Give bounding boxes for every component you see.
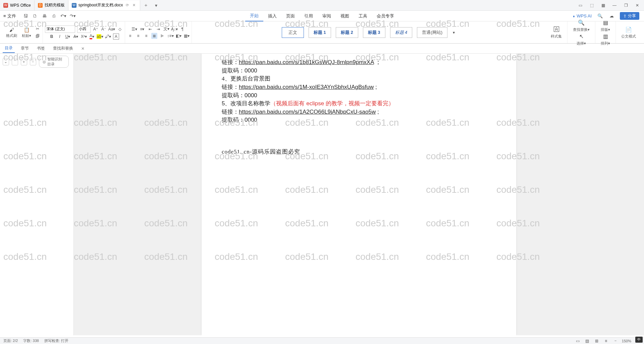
- format-brush-button[interactable]: 🖌 格式刷: [5, 26, 18, 39]
- zoom-out-icon[interactable]: －: [612, 338, 619, 344]
- decrease-indent-icon[interactable]: ⇤: [147, 26, 153, 32]
- ime-badge[interactable]: 中: [635, 337, 643, 343]
- close-window-icon[interactable]: ✕: [634, 2, 641, 9]
- save-icon[interactable]: 🖫: [23, 13, 29, 19]
- style-heading2[interactable]: 标题 2: [336, 27, 358, 38]
- close-tab-icon[interactable]: ✕: [132, 3, 137, 8]
- increase-indent-icon[interactable]: ⇥: [155, 26, 161, 32]
- align-center-icon[interactable]: ≡: [135, 33, 141, 39]
- char-border-icon[interactable]: A: [113, 34, 119, 40]
- ribbon-tab-review[interactable]: 审阅: [318, 11, 336, 21]
- para-shading-icon[interactable]: ◧▾: [175, 33, 181, 39]
- nav-close-icon[interactable]: ✕: [81, 46, 85, 51]
- highlight-icon[interactable]: ab▾: [97, 34, 103, 40]
- app-grid-icon[interactable]: ▦: [600, 2, 606, 9]
- strike-icon[interactable]: A̶▾: [73, 34, 79, 40]
- add-button[interactable]: ＋: [21, 58, 27, 65]
- maximize-icon[interactable]: ❐: [623, 2, 629, 9]
- move-up-button[interactable]: ˄: [12, 58, 18, 65]
- font-color-icon[interactable]: A▾: [89, 34, 95, 40]
- sort-icon[interactable]: Ą↓▾: [171, 26, 177, 32]
- web-mode-icon[interactable]: ⊞: [594, 338, 600, 344]
- decrease-font-icon[interactable]: A⁻: [101, 26, 107, 32]
- line-spacing-icon[interactable]: ↕≡▾: [167, 33, 173, 39]
- link-url-2[interactable]: https://pan.baidu.com/s/1M-xoIE3AYnSbhxU…: [239, 84, 374, 90]
- reading-mode-icon[interactable]: ▤: [584, 338, 590, 344]
- ribbon-tab-member[interactable]: 会员专享: [372, 11, 399, 21]
- align-left-icon[interactable]: ≡: [127, 33, 133, 39]
- file-menu-button[interactable]: ≡ 文件: [0, 11, 19, 21]
- clear-format-icon[interactable]: ◇: [117, 26, 123, 32]
- zoom-level[interactable]: 150%: [622, 339, 631, 343]
- app-tab-template[interactable]: D 找稻壳模板: [35, 0, 68, 10]
- font-name-select[interactable]: [45, 25, 75, 33]
- nav-tab-chapter[interactable]: 章节: [19, 44, 31, 53]
- redo-icon[interactable]: ↷▾: [70, 13, 76, 19]
- style-heading4[interactable]: 标题 4: [390, 27, 413, 38]
- search-icon[interactable]: 🔍: [597, 13, 603, 19]
- document-page[interactable]: 链接：https://pan.baidu.com/s/1b81kGsWQJ-8r…: [202, 54, 516, 335]
- status-words[interactable]: 字数: 338: [23, 338, 39, 343]
- link-url-1[interactable]: https://pan.baidu.com/s/1b81kGsWQJ-8rnlp…: [239, 59, 374, 65]
- style-heading1[interactable]: 标题 1: [309, 27, 331, 38]
- arrange-button[interactable]: ▥ 排列▾: [597, 33, 613, 46]
- italic-icon[interactable]: I: [57, 34, 63, 40]
- new-tab-button[interactable]: ＋: [140, 2, 152, 8]
- text-direction-icon[interactable]: 文▾: [163, 26, 169, 32]
- copy-icon[interactable]: 🗐: [35, 33, 41, 39]
- refresh-tab-icon[interactable]: ⟳: [125, 3, 130, 8]
- app-tab-wps[interactable]: W WPS Office: [0, 0, 35, 10]
- undo-icon[interactable]: ↶▾: [60, 13, 66, 19]
- print-preview-icon[interactable]: ⎙: [51, 13, 57, 19]
- ribbon-tab-page[interactable]: 页面: [281, 11, 300, 21]
- cube-icon[interactable]: ⬚: [588, 2, 595, 9]
- superscript-icon[interactable]: X²▾: [81, 34, 87, 40]
- cloud-icon[interactable]: ☁: [608, 13, 614, 19]
- bullet-list-icon[interactable]: ☰▾: [131, 26, 137, 32]
- find-replace-button[interactable]: 🔍 查找替换▾: [570, 19, 593, 32]
- print-icon[interactable]: 🖶: [42, 13, 48, 19]
- underline-icon[interactable]: U▾: [65, 34, 71, 40]
- styles-expand-icon[interactable]: ▾: [451, 30, 457, 36]
- align-justify-icon[interactable]: ≣: [151, 33, 157, 39]
- document-tab[interactable]: W springboot开发文档.docx ⟳ ✕: [68, 0, 140, 10]
- font-size-select[interactable]: [77, 25, 91, 33]
- shading-icon[interactable]: 🖍▾: [105, 34, 111, 40]
- show-marks-icon[interactable]: ¶: [179, 26, 185, 32]
- increase-font-icon[interactable]: A⁺: [93, 26, 99, 32]
- distribute-icon[interactable]: ⫸: [159, 33, 165, 39]
- collapse-down-button[interactable]: ⌄: [3, 58, 9, 65]
- view-mode-icon[interactable]: ▭: [575, 338, 581, 344]
- ribbon-tab-reference[interactable]: 引用: [300, 11, 318, 21]
- nav-tab-toc[interactable]: 目录: [3, 44, 15, 53]
- style-web[interactable]: 普通(网站): [417, 27, 447, 38]
- tab-menu-button[interactable]: ▾: [152, 3, 161, 8]
- outline-mode-icon[interactable]: ≡: [603, 338, 609, 344]
- nav-tab-findreplace[interactable]: 查找和替换: [51, 44, 75, 53]
- style-heading3[interactable]: 标题 3: [363, 27, 385, 38]
- style-set-button[interactable]: 🄰 样式集: [547, 26, 565, 39]
- document-viewport[interactable]: ⠿ 链接：https://pan.baidu.com/s/1b81kGsWQJ-…: [74, 54, 644, 335]
- select-button[interactable]: ↖ 选择▾: [573, 33, 589, 46]
- style-normal[interactable]: 正文: [282, 27, 304, 38]
- paste-button[interactable]: 📋 粘贴▾: [20, 26, 33, 39]
- ribbon-tab-start[interactable]: 开始: [245, 11, 263, 21]
- official-mode-button[interactable]: 📄 公文模式: [618, 26, 639, 39]
- share-button[interactable]: ⇪ 分享: [620, 12, 639, 20]
- status-spell[interactable]: 拼写检查: 打开: [44, 338, 68, 343]
- remove-button[interactable]: －: [30, 58, 36, 65]
- ribbon-tab-insert[interactable]: 插入: [263, 11, 281, 21]
- smart-toc-button[interactable]: ◎ 智能识别目录: [39, 56, 69, 68]
- bold-icon[interactable]: B: [49, 34, 55, 40]
- layout-button[interactable]: ▤ 排版▾: [597, 19, 613, 32]
- ribbon-tab-tools[interactable]: 工具: [354, 11, 372, 21]
- number-list-icon[interactable]: ≡▾: [139, 26, 145, 32]
- link-url-3[interactable]: https://pan.baidu.com/s/1A2CO66L9jANbpCx…: [239, 109, 376, 115]
- status-page[interactable]: 页面: 2/2: [3, 338, 18, 343]
- save-as-icon[interactable]: 🗋: [32, 13, 38, 19]
- nav-tab-bookmark[interactable]: 书签: [35, 44, 47, 53]
- border-icon[interactable]: ▦▾: [183, 33, 190, 39]
- window-compact-icon[interactable]: ▭: [577, 2, 584, 9]
- align-right-icon[interactable]: ≡: [143, 33, 149, 39]
- change-case-icon[interactable]: Aa▾: [109, 26, 115, 32]
